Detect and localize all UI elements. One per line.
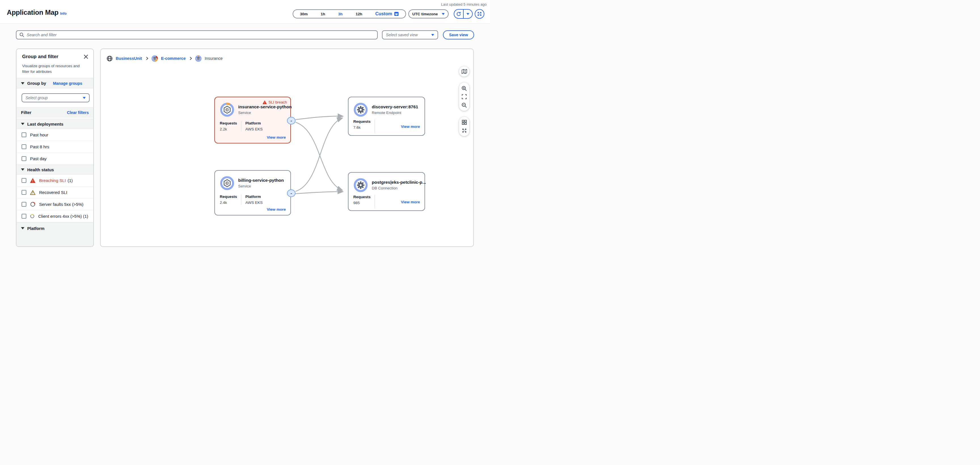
- view-more-link[interactable]: View more: [267, 207, 286, 212]
- select-group-placeholder: Select group: [25, 96, 48, 100]
- saved-view-dropdown[interactable]: Select saved view: [382, 30, 438, 40]
- chevron-down-icon: [466, 13, 469, 15]
- fullscreen-button[interactable]: [475, 9, 484, 19]
- group-by-section-header[interactable]: Group by Manage groups: [16, 78, 93, 88]
- calendar-icon: [394, 12, 399, 16]
- info-link[interactable]: Info: [60, 12, 67, 16]
- requests-label: Requests: [220, 121, 237, 125]
- node-title: discovery-server:8761: [372, 104, 418, 110]
- zoom-out-icon: [461, 102, 467, 108]
- expand-all-button[interactable]: [461, 128, 467, 133]
- collapse-node-button[interactable]: -: [287, 190, 296, 197]
- time-range-1h[interactable]: 1h: [321, 12, 325, 16]
- globe-icon: [107, 55, 113, 62]
- node-billing-service-python[interactable]: K billing-service-python Service Request…: [215, 170, 291, 215]
- past-day-checkbox[interactable]: [22, 156, 26, 161]
- node-title: billing-service-python: [238, 178, 284, 183]
- refresh-options-button[interactable]: [464, 10, 473, 18]
- map-icon: [461, 68, 467, 74]
- view-more-link[interactable]: View more: [401, 124, 420, 129]
- refresh-button[interactable]: [454, 10, 464, 18]
- fullscreen-icon: [477, 11, 482, 16]
- node-insurance-service-python[interactable]: SLI breach K insurance-service-python Se…: [215, 97, 291, 143]
- server-faults-checkbox[interactable]: [22, 202, 26, 207]
- refresh-split-button: [454, 9, 473, 19]
- gear-icon: [357, 182, 364, 189]
- zoom-in-button[interactable]: [461, 86, 467, 91]
- platform-label: Platform: [245, 121, 262, 125]
- save-view-button[interactable]: Save view: [443, 30, 474, 40]
- fit-to-screen-button[interactable]: [461, 94, 467, 99]
- filter-row-past-8hrs: Past 8 hrs: [16, 141, 93, 153]
- minus-icon: -: [290, 118, 292, 124]
- time-range-30m[interactable]: 30m: [300, 12, 308, 16]
- recovered-sli-checkbox[interactable]: [22, 190, 26, 195]
- zoom-out-button[interactable]: [461, 102, 467, 108]
- search-input[interactable]: [27, 33, 374, 37]
- minimap-button[interactable]: [459, 66, 469, 76]
- filter-row-server-faults: Server faults 5xx (>5%): [16, 199, 93, 210]
- save-view-label: Save view: [449, 33, 468, 37]
- search-filter-input-wrap: [16, 30, 378, 40]
- breadcrumb-businessunit[interactable]: BusinessUnit: [116, 56, 142, 61]
- collapse-triangle-icon: [21, 82, 24, 84]
- filter-row-past-hour: Past hour: [16, 129, 93, 141]
- kubernetes-icon: K: [226, 182, 228, 185]
- filter-row-recovered-sli: Recovered SLI: [16, 186, 93, 199]
- health-status-section-header[interactable]: Health status: [16, 164, 93, 175]
- view-more-link[interactable]: View more: [267, 135, 286, 140]
- requests-label: Requests: [353, 195, 371, 199]
- select-group-dropdown[interactable]: Select group: [22, 93, 90, 102]
- breaching-sli-count: (1): [67, 178, 73, 183]
- warning-triangle-icon: [30, 178, 35, 183]
- recovered-sli-label: Recovered SLI: [39, 190, 67, 195]
- past-8hrs-checkbox[interactable]: [22, 144, 26, 149]
- past-hour-checkbox[interactable]: [22, 132, 26, 137]
- requests-label: Requests: [353, 119, 371, 124]
- past-day-label: Past day: [30, 156, 46, 161]
- client-errors-checkbox[interactable]: [22, 214, 26, 218]
- search-icon: [19, 32, 24, 37]
- time-range-12h[interactable]: 12h: [356, 12, 362, 16]
- grid-icon: [461, 119, 467, 125]
- breadcrumb: BusinessUnit E-commerce Insurance: [107, 55, 223, 62]
- timezone-dropdown[interactable]: UTC timezone: [408, 10, 449, 18]
- node-type: DB Connection: [372, 186, 426, 190]
- node-title: insurance-service-python: [238, 104, 292, 110]
- node-discovery-server[interactable]: discovery-server:8761 Remote Endpoint Re…: [348, 97, 425, 136]
- platform-value: AWS EKS: [245, 201, 262, 205]
- server-faults-ring-icon: [30, 202, 35, 207]
- time-range-custom[interactable]: Custom: [375, 11, 399, 16]
- collapse-triangle-icon: [21, 169, 24, 171]
- close-icon[interactable]: [83, 54, 89, 59]
- minus-icon: -: [290, 190, 292, 196]
- application-map-canvas[interactable]: BusinessUnit E-commerce Insurance: [100, 48, 474, 232]
- platform-value: AWS EKS: [245, 127, 262, 131]
- node-type: Service: [238, 184, 284, 188]
- requests-value: 985: [353, 201, 371, 205]
- time-range-3h-selected[interactable]: 3h: [338, 12, 343, 16]
- past-8hrs-label: Past 8 hrs: [30, 144, 49, 149]
- grid-layout-button[interactable]: [461, 119, 467, 125]
- platform-section-header[interactable]: Platform: [16, 222, 93, 232]
- clear-filters-link[interactable]: Clear filters: [67, 110, 89, 115]
- manage-groups-link[interactable]: Manage groups: [53, 81, 82, 86]
- node-postgres-db[interactable]: postgres|eks-petclinic-p... DB Connectio…: [348, 172, 425, 211]
- db-connection-ring-icon: [353, 177, 368, 193]
- group-and-filter-panel: Group and filter Visualize groups of res…: [16, 48, 94, 232]
- timezone-label: UTC timezone: [412, 12, 438, 16]
- layout-controls: [459, 117, 469, 136]
- last-deployments-section-header[interactable]: Last deployments: [16, 119, 93, 129]
- collapse-node-button[interactable]: -: [287, 117, 296, 124]
- breaching-sli-checkbox[interactable]: [22, 178, 26, 183]
- past-hour-label: Past hour: [30, 132, 48, 137]
- platform-label: Platform: [245, 194, 262, 199]
- chevron-down-icon: [442, 13, 445, 15]
- view-more-link[interactable]: View more: [401, 200, 420, 204]
- refresh-icon: [456, 11, 461, 17]
- breadcrumb-ecommerce[interactable]: E-commerce: [161, 56, 186, 61]
- node-title: postgres|eks-petclinic-p...: [372, 180, 426, 185]
- requests-label: Requests: [220, 194, 237, 199]
- panel-description: Visualize groups of resources and filter…: [22, 63, 83, 75]
- server-faults-label: Server faults 5xx (>5%): [39, 202, 83, 207]
